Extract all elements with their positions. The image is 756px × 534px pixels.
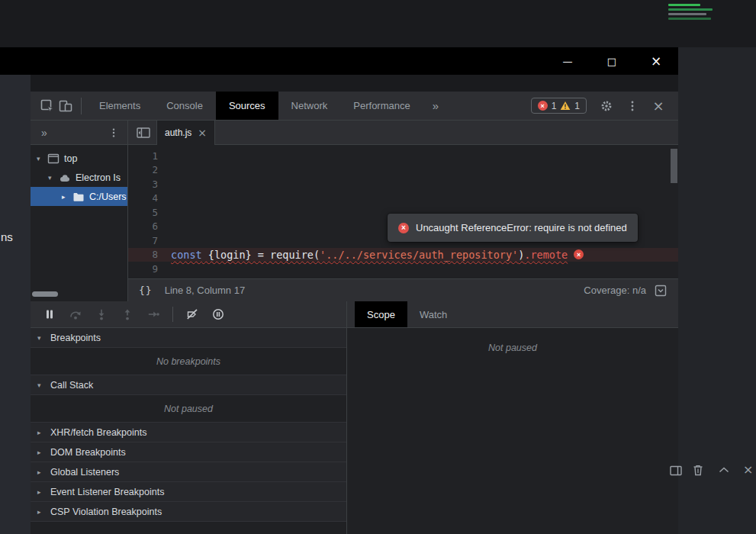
settings-gear-icon[interactable] [597,96,616,116]
section-xhr-breakpoints[interactable]: ▸ XHR/fetch Breakpoints [31,423,346,442]
line-number[interactable]: 6 [128,220,166,232]
cloud-icon [59,172,71,184]
step-icon[interactable] [143,304,163,324]
step-out-icon[interactable] [117,304,137,324]
scope-pane: Scope Watch Not paused [347,301,678,534]
pause-on-exceptions-icon[interactable] [208,304,228,324]
pretty-print-icon[interactable]: {} [139,285,153,296]
vertical-scrollbar-thumb[interactable] [671,149,677,183]
line-number[interactable]: 7 [128,235,166,246]
tree-item-electron-context[interactable]: ▾ Electron Is [31,168,127,187]
section-call-stack[interactable]: ▾ Call Stack [31,375,346,395]
devtools-close-icon[interactable]: × [649,98,668,114]
warning-count: 1 [574,101,580,111]
editor-statusbar: {} Line 8, Column 17 Coverage: n/a [128,278,678,301]
tree-item-label: top [64,153,77,164]
section-dom-breakpoints[interactable]: ▸ DOM Breakpoints [31,442,346,462]
maximize-button[interactable]: □ [590,47,634,75]
disclosure-arrow-icon[interactable]: ▾ [48,174,57,182]
disclosure-arrow-icon[interactable]: ▸ [37,488,45,496]
section-csp-violation-breakpoints[interactable]: ▸ CSP Violation Breakpoints [31,502,346,522]
tab-performance[interactable]: Performance [340,92,423,120]
section-label: XHR/fetch Breakpoints [50,427,146,438]
desktop: — □ × ns Elements [0,0,756,534]
toolbar-right-cluster: × 1 1 [531,96,668,116]
section-global-listeners[interactable]: ▸ Global Listeners [31,462,346,482]
close-button[interactable]: × [634,47,678,75]
tab-scope[interactable]: Scope [355,301,407,327]
disclosure-arrow-icon[interactable]: ▾ [37,381,45,389]
line-number[interactable]: 4 [128,192,166,204]
disclosure-arrow-icon[interactable]: ▸ [37,449,45,456]
call-stack-empty-message: Not paused [31,395,346,423]
file-navigator: ▾ top ▾ Electron Is [31,145,128,301]
close-icon[interactable]: × [743,462,753,477]
code-line: 3 [128,177,678,191]
line-number[interactable]: 3 [128,179,166,190]
navigator-menu-icon[interactable] [108,123,120,143]
tab-console[interactable]: Console [153,92,216,120]
code-line: 2 [128,163,678,178]
devtools-toolbar: Elements Console Sources Network Perform… [31,92,678,121]
disclosure-arrow-icon[interactable]: ▾ [37,334,45,342]
device-toolbar-icon[interactable] [56,96,75,116]
background-window-left: ns [0,75,31,534]
line-number[interactable]: 8 [128,249,166,260]
disclosure-arrow-icon[interactable]: ▾ [37,155,46,162]
pause-script-icon[interactable] [40,304,60,324]
error-icon: × [538,101,548,111]
coverage-panel-icon[interactable] [654,281,668,301]
expand-up-icon[interactable] [719,467,729,473]
toggle-navigator-icon[interactable] [136,123,151,143]
tree-item-top[interactable]: ▾ top [31,149,127,168]
line-number[interactable]: 1 [128,150,166,162]
file-tab-close-icon[interactable]: × [198,127,207,139]
tab-elements[interactable]: Elements [86,92,153,120]
disclosure-arrow-icon[interactable]: ▸ [37,508,45,516]
scope-pane-tabs: Scope Watch [347,301,678,328]
line-number[interactable]: 9 [128,263,166,275]
kebab-menu-icon[interactable] [623,96,642,116]
folder-icon [72,191,85,203]
trash-icon[interactable] [692,464,704,477]
error-icon[interactable]: × [574,249,584,259]
issues-badge[interactable]: × 1 1 [531,98,587,114]
section-label: Global Listeners [50,467,119,478]
devtools-window: Elements Console Sources Network Perform… [31,92,678,534]
disclosure-arrow-icon[interactable]: ▸ [37,429,45,436]
line-number[interactable]: 5 [128,207,166,218]
code-token-keyword: const [171,249,202,261]
clipped-background-text: ns [1,230,13,243]
dock-side-icon[interactable] [670,465,682,476]
tab-sources[interactable]: Sources [216,92,278,120]
code-lines: 1 2 3 4 5 6 7 8 const {login} = require(… [128,145,678,278]
horizontal-scrollbar-thumb[interactable] [32,291,58,297]
editor-tabbar: auth.js × [128,121,678,145]
code-line: 4 [128,191,678,206]
tree-item-folder-selected[interactable]: ▸ C:/Users [31,187,127,206]
file-tab-authjs[interactable]: auth.js × [156,121,215,145]
section-breakpoints[interactable]: ▾ Breakpoints [31,328,346,348]
code-token: {login} = require( [202,249,320,261]
inspect-element-icon[interactable] [38,96,56,116]
navigator-header: » [31,121,128,145]
section-event-listener-breakpoints[interactable]: ▸ Event Listener Breakpoints [31,482,346,502]
disclosure-arrow-icon[interactable]: ▸ [37,468,45,476]
section-label: Event Listener Breakpoints [50,487,164,497]
code-editor[interactable]: 1 2 3 4 5 6 7 8 const {login} = require(… [128,145,678,278]
tab-network[interactable]: Network [278,92,341,120]
step-into-icon[interactable] [92,304,111,324]
step-over-icon[interactable] [66,304,85,324]
disclosure-arrow-icon[interactable]: ▸ [62,193,71,201]
navigator-more-tabs-icon[interactable]: » [41,127,47,139]
code-token: ) [518,249,524,261]
tab-watch[interactable]: Watch [407,301,459,327]
watermark-line [668,13,706,15]
minimize-button[interactable]: — [545,47,590,75]
section-label: Breakpoints [50,333,101,343]
debugger-sidebar: ▾ Breakpoints No breakpoints ▾ Call Stac… [31,301,347,534]
more-tabs-icon[interactable]: » [423,92,448,120]
window-titlebar: — □ × [0,47,678,75]
deactivate-breakpoints-icon[interactable] [182,304,202,324]
line-number[interactable]: 2 [128,164,166,175]
